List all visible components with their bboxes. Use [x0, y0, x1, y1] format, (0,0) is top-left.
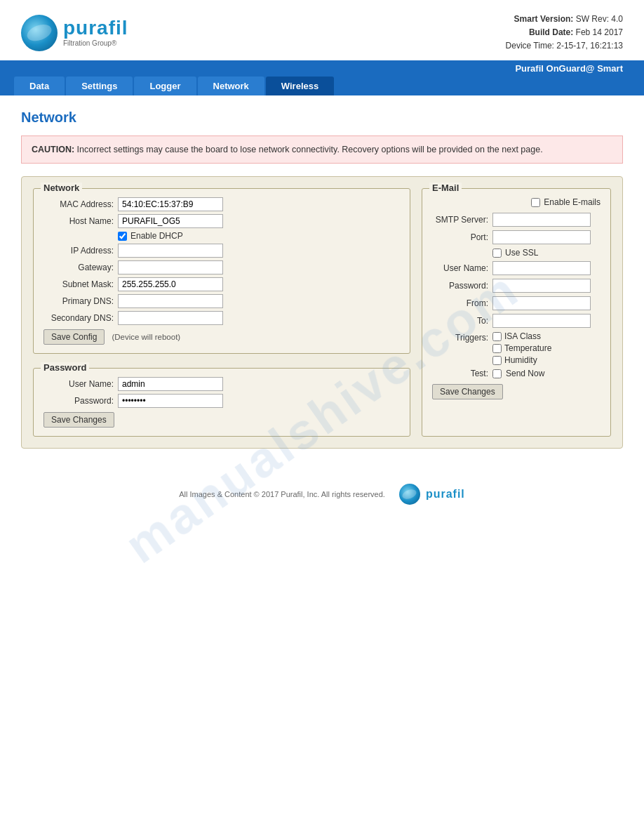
- secondary-dns-input[interactable]: [118, 311, 223, 325]
- gateway-row: Gateway:: [43, 260, 400, 274]
- pw-username-input[interactable]: [118, 377, 223, 391]
- smtp-input[interactable]: [492, 213, 591, 227]
- enable-email-row: Enable E-mails: [432, 197, 601, 207]
- send-now-label: Send Now: [506, 369, 544, 378]
- triggers-checks: ISA Class Temperature Humidity: [492, 331, 551, 365]
- footer-logo: purafil: [399, 484, 465, 505]
- app-title: Purafil OnGuard@ Smart: [515, 63, 623, 74]
- pw-password-input[interactable]: [118, 394, 223, 408]
- mac-label: MAC Address:: [43, 199, 114, 209]
- send-now-checkbox[interactable]: [492, 369, 502, 378]
- app-title-bar: Purafil OnGuard@ Smart: [0, 60, 644, 77]
- test-label: Test:: [432, 369, 488, 378]
- pw-password-label: Password:: [43, 396, 114, 406]
- email-username-input[interactable]: [492, 261, 591, 275]
- from-label: From:: [432, 298, 488, 308]
- port-row: Port:: [432, 230, 601, 244]
- left-panel: Network MAC Address: Host Name: Enable D…: [33, 188, 410, 437]
- subnet-input[interactable]: [118, 277, 223, 291]
- pw-save-button[interactable]: Save Changes: [43, 412, 114, 428]
- mac-row: MAC Address:: [43, 197, 400, 211]
- device-reboot-text: (Device will reboot): [112, 333, 180, 341]
- nav-item-wireless[interactable]: Wireless: [266, 77, 334, 95]
- header: purafil Filtration Group® Smart Version:…: [0, 0, 644, 60]
- test-row: Test: Send Now: [432, 369, 601, 378]
- gateway-input[interactable]: [118, 260, 223, 274]
- logo-sub: Filtration Group®: [63, 39, 128, 47]
- enable-email-checkbox[interactable]: [531, 198, 540, 207]
- triggers-row: Triggers: ISA Class Temperature Humidity: [432, 331, 601, 365]
- header-info: Smart Version: SW Rev: 4.0 Build Date: F…: [506, 13, 623, 53]
- email-section-title: E-Mail: [429, 183, 462, 193]
- pw-password-row: Password:: [43, 394, 400, 408]
- use-ssl-row: Use SSL: [492, 248, 601, 258]
- subnet-label: Subnet Mask:: [43, 279, 114, 289]
- nav-item-logger[interactable]: Logger: [134, 77, 196, 95]
- use-ssl-label: Use SSL: [505, 248, 538, 258]
- page-title: Network: [21, 110, 623, 126]
- nav-item-settings[interactable]: Settings: [66, 77, 133, 95]
- trigger-temp-checkbox[interactable]: [492, 344, 502, 353]
- ip-row: IP Address:: [43, 244, 400, 258]
- nav-item-data[interactable]: Data: [14, 77, 65, 95]
- enable-email-label: Enable E-mails: [544, 197, 601, 207]
- caution-box: CAUTION: Incorrect settings may cause th…: [21, 135, 623, 164]
- logo-area: purafil Filtration Group®: [21, 15, 128, 51]
- nav-item-network[interactable]: Network: [198, 77, 264, 95]
- dhcp-label: Enable DHCP: [130, 231, 183, 241]
- build-date: Build Date: Feb 14 2017: [506, 26, 623, 39]
- main-panel: Network MAC Address: Host Name: Enable D…: [21, 176, 623, 449]
- primary-dns-label: Primary DNS:: [43, 296, 114, 306]
- port-label: Port:: [432, 232, 488, 242]
- to-input[interactable]: [492, 314, 591, 328]
- device-time: Device Time: 2-15-17, 16:21:13: [506, 39, 623, 53]
- primary-dns-input[interactable]: [118, 294, 223, 308]
- password-section: Password User Name: Password: Save Chang…: [33, 368, 410, 437]
- trigger-temp-label: Temperature: [504, 343, 551, 353]
- email-section: E-Mail Enable E-mails SMTP Server: Port:…: [422, 188, 611, 437]
- host-row: Host Name:: [43, 214, 400, 228]
- dhcp-checkbox[interactable]: [118, 232, 127, 241]
- caution-text: Incorrect settings may cause the board t…: [77, 145, 543, 154]
- email-password-label: Password:: [432, 281, 488, 291]
- triggers-label: Triggers:: [432, 331, 488, 343]
- footer-logo-icon: [399, 484, 420, 505]
- mac-input[interactable]: [118, 197, 223, 211]
- footer-logo-name: purafil: [426, 489, 465, 500]
- logo-icon: [21, 15, 58, 51]
- from-input[interactable]: [492, 296, 591, 310]
- trigger-isa-row: ISA Class: [492, 331, 551, 341]
- email-password-input[interactable]: [492, 279, 591, 293]
- trigger-isa-checkbox[interactable]: [492, 332, 502, 341]
- primary-dns-row: Primary DNS:: [43, 294, 400, 308]
- port-input[interactable]: [492, 230, 591, 244]
- caution-bold: CAUTION:: [32, 145, 74, 154]
- password-section-title: Password: [41, 362, 89, 373]
- trigger-humidity-row: Humidity: [492, 355, 551, 365]
- host-input[interactable]: [118, 214, 223, 228]
- logo-text: purafil Filtration Group®: [63, 18, 128, 47]
- email-username-label: User Name:: [432, 263, 488, 273]
- email-password-row: Password:: [432, 279, 601, 293]
- email-save-button[interactable]: Save Changes: [432, 384, 503, 399]
- dhcp-row: Enable DHCP: [118, 231, 400, 241]
- smart-version: Smart Version: SW Rev: 4.0: [506, 13, 623, 26]
- trigger-humidity-checkbox[interactable]: [492, 356, 502, 365]
- ip-label: IP Address:: [43, 246, 114, 256]
- ip-input[interactable]: [118, 244, 223, 258]
- host-label: Host Name:: [43, 216, 114, 226]
- smtp-row: SMTP Server:: [432, 213, 601, 227]
- use-ssl-checkbox[interactable]: [492, 249, 502, 258]
- to-label: To:: [432, 316, 488, 326]
- logo-name: purafil: [63, 18, 128, 38]
- gateway-label: Gateway:: [43, 263, 114, 272]
- trigger-humidity-label: Humidity: [504, 355, 537, 365]
- network-section: Network MAC Address: Host Name: Enable D…: [33, 188, 410, 354]
- secondary-dns-label: Secondary DNS:: [43, 313, 114, 323]
- subnet-row: Subnet Mask:: [43, 277, 400, 291]
- network-section-title: Network: [41, 183, 82, 193]
- footer-copyright: All Images & Content © 2017 Purafil, Inc…: [179, 490, 385, 498]
- trigger-isa-label: ISA Class: [504, 331, 541, 341]
- page-content: Network CAUTION: Incorrect settings may …: [0, 95, 644, 463]
- save-config-button[interactable]: Save Config: [43, 329, 105, 345]
